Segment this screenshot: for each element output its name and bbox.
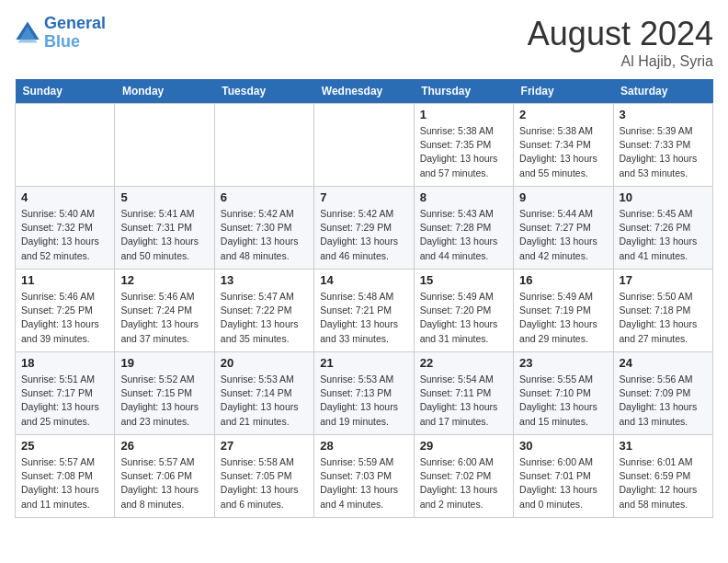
calendar-week-row: 4Sunrise: 5:40 AMSunset: 7:32 PMDaylight… — [16, 187, 713, 270]
day-info: Sunrise: 6:01 AMSunset: 6:59 PMDaylight:… — [620, 455, 707, 511]
day-info: Sunrise: 5:51 AMSunset: 7:17 PMDaylight:… — [21, 373, 108, 429]
calendar-cell: 14Sunrise: 5:48 AMSunset: 7:21 PMDayligh… — [314, 270, 414, 352]
day-number: 3 — [620, 108, 707, 121]
calendar-cell: 31Sunrise: 6:01 AMSunset: 6:59 PMDayligh… — [613, 435, 712, 518]
day-info: Sunrise: 5:59 AMSunset: 7:03 PMDaylight:… — [320, 455, 407, 511]
day-info: Sunrise: 5:46 AMSunset: 7:25 PMDaylight:… — [21, 290, 108, 346]
day-number: 11 — [21, 273, 108, 287]
calendar-cell: 22Sunrise: 5:54 AMSunset: 7:11 PMDayligh… — [414, 352, 513, 435]
calendar-cell: 8Sunrise: 5:43 AMSunset: 7:28 PMDaylight… — [414, 187, 513, 270]
calendar-cell: 30Sunrise: 6:00 AMSunset: 7:01 PMDayligh… — [514, 435, 613, 518]
calendar-cell — [214, 104, 313, 187]
day-number: 31 — [620, 439, 707, 453]
day-info: Sunrise: 5:41 AMSunset: 7:31 PMDaylight:… — [120, 207, 208, 263]
page-header: General Blue August 2024 Al Hajib, Syria — [15, 15, 713, 70]
day-number: 16 — [519, 273, 607, 287]
weekday-header: Thursday — [414, 79, 513, 104]
day-info: Sunrise: 5:42 AMSunset: 7:30 PMDaylight:… — [221, 207, 308, 263]
logo-icon — [15, 20, 40, 46]
calendar-cell — [16, 104, 115, 187]
day-number: 18 — [21, 356, 108, 370]
calendar-week-row: 1Sunrise: 5:38 AMSunset: 7:35 PMDaylight… — [16, 104, 713, 187]
calendar-cell: 11Sunrise: 5:46 AMSunset: 7:25 PMDayligh… — [16, 270, 115, 352]
day-number: 17 — [620, 273, 707, 287]
day-number: 23 — [519, 356, 607, 370]
day-number: 12 — [120, 273, 208, 287]
weekday-header-row: SundayMondayTuesdayWednesdayThursdayFrid… — [16, 79, 713, 104]
day-number: 2 — [519, 108, 607, 121]
calendar-cell — [115, 104, 214, 187]
day-info: Sunrise: 5:44 AMSunset: 7:27 PMDaylight:… — [519, 207, 607, 263]
calendar-cell: 23Sunrise: 5:55 AMSunset: 7:10 PMDayligh… — [514, 352, 613, 435]
day-number: 14 — [320, 273, 407, 287]
logo-text: General Blue — [44, 15, 106, 52]
day-info: Sunrise: 5:57 AMSunset: 7:08 PMDaylight:… — [21, 455, 108, 511]
day-number: 24 — [620, 356, 707, 370]
calendar-cell: 7Sunrise: 5:42 AMSunset: 7:29 PMDaylight… — [314, 187, 414, 270]
calendar-table: SundayMondayTuesdayWednesdayThursdayFrid… — [15, 79, 713, 518]
calendar-cell: 19Sunrise: 5:52 AMSunset: 7:15 PMDayligh… — [115, 352, 214, 435]
calendar-cell: 18Sunrise: 5:51 AMSunset: 7:17 PMDayligh… — [16, 352, 115, 435]
day-number: 6 — [221, 190, 308, 204]
month-year-title: August 2024 — [528, 15, 713, 53]
day-number: 20 — [221, 356, 308, 370]
calendar-cell: 28Sunrise: 5:59 AMSunset: 7:03 PMDayligh… — [314, 435, 414, 518]
day-number: 1 — [420, 108, 507, 121]
calendar-cell: 16Sunrise: 5:49 AMSunset: 7:19 PMDayligh… — [514, 270, 613, 352]
weekday-header: Tuesday — [214, 79, 313, 104]
day-number: 15 — [420, 273, 507, 287]
day-info: Sunrise: 5:38 AMSunset: 7:34 PMDaylight:… — [519, 124, 607, 180]
day-info: Sunrise: 5:57 AMSunset: 7:06 PMDaylight:… — [120, 455, 208, 511]
day-number: 25 — [21, 439, 108, 453]
day-number: 22 — [420, 356, 507, 370]
calendar-cell: 13Sunrise: 5:47 AMSunset: 7:22 PMDayligh… — [214, 270, 313, 352]
calendar-cell: 3Sunrise: 5:39 AMSunset: 7:33 PMDaylight… — [613, 104, 712, 187]
calendar-cell: 12Sunrise: 5:46 AMSunset: 7:24 PMDayligh… — [115, 270, 214, 352]
calendar-cell: 24Sunrise: 5:56 AMSunset: 7:09 PMDayligh… — [613, 352, 712, 435]
day-info: Sunrise: 5:39 AMSunset: 7:33 PMDaylight:… — [620, 124, 707, 180]
day-number: 19 — [120, 356, 208, 370]
day-info: Sunrise: 5:50 AMSunset: 7:18 PMDaylight:… — [620, 290, 707, 346]
day-info: Sunrise: 5:52 AMSunset: 7:15 PMDaylight:… — [120, 373, 208, 429]
weekday-header: Sunday — [16, 79, 115, 104]
calendar-cell: 1Sunrise: 5:38 AMSunset: 7:35 PMDaylight… — [414, 104, 513, 187]
day-info: Sunrise: 5:49 AMSunset: 7:20 PMDaylight:… — [420, 290, 507, 346]
calendar-cell: 27Sunrise: 5:58 AMSunset: 7:05 PMDayligh… — [214, 435, 313, 518]
day-info: Sunrise: 5:54 AMSunset: 7:11 PMDaylight:… — [420, 373, 507, 429]
day-number: 26 — [120, 439, 208, 453]
day-number: 7 — [320, 190, 407, 204]
day-number: 21 — [320, 356, 407, 370]
calendar-week-row: 25Sunrise: 5:57 AMSunset: 7:08 PMDayligh… — [16, 435, 713, 518]
calendar-week-row: 11Sunrise: 5:46 AMSunset: 7:25 PMDayligh… — [16, 270, 713, 352]
day-info: Sunrise: 6:00 AMSunset: 7:01 PMDaylight:… — [519, 455, 607, 511]
calendar-cell: 20Sunrise: 5:53 AMSunset: 7:14 PMDayligh… — [214, 352, 313, 435]
day-info: Sunrise: 5:56 AMSunset: 7:09 PMDaylight:… — [620, 373, 707, 429]
title-block: August 2024 Al Hajib, Syria — [528, 15, 713, 70]
calendar-cell — [314, 104, 414, 187]
calendar-cell: 9Sunrise: 5:44 AMSunset: 7:27 PMDaylight… — [514, 187, 613, 270]
day-info: Sunrise: 5:55 AMSunset: 7:10 PMDaylight:… — [519, 373, 607, 429]
day-number: 8 — [420, 190, 507, 204]
calendar-cell: 5Sunrise: 5:41 AMSunset: 7:31 PMDaylight… — [115, 187, 214, 270]
day-info: Sunrise: 6:00 AMSunset: 7:02 PMDaylight:… — [420, 455, 507, 511]
calendar-cell: 2Sunrise: 5:38 AMSunset: 7:34 PMDaylight… — [514, 104, 613, 187]
calendar-cell: 4Sunrise: 5:40 AMSunset: 7:32 PMDaylight… — [16, 187, 115, 270]
day-number: 28 — [320, 439, 407, 453]
weekday-header: Monday — [115, 79, 214, 104]
day-info: Sunrise: 5:48 AMSunset: 7:21 PMDaylight:… — [320, 290, 407, 346]
logo: General Blue — [15, 15, 106, 52]
day-info: Sunrise: 5:42 AMSunset: 7:29 PMDaylight:… — [320, 207, 407, 263]
location-subtitle: Al Hajib, Syria — [528, 53, 713, 70]
calendar-cell: 29Sunrise: 6:00 AMSunset: 7:02 PMDayligh… — [414, 435, 513, 518]
calendar-cell: 10Sunrise: 5:45 AMSunset: 7:26 PMDayligh… — [613, 187, 712, 270]
day-info: Sunrise: 5:40 AMSunset: 7:32 PMDaylight:… — [21, 207, 108, 263]
day-info: Sunrise: 5:49 AMSunset: 7:19 PMDaylight:… — [519, 290, 607, 346]
day-number: 27 — [221, 439, 308, 453]
calendar-cell: 26Sunrise: 5:57 AMSunset: 7:06 PMDayligh… — [115, 435, 214, 518]
calendar-cell: 15Sunrise: 5:49 AMSunset: 7:20 PMDayligh… — [414, 270, 513, 352]
day-info: Sunrise: 5:47 AMSunset: 7:22 PMDaylight:… — [221, 290, 308, 346]
day-number: 9 — [519, 190, 607, 204]
calendar-cell: 21Sunrise: 5:53 AMSunset: 7:13 PMDayligh… — [314, 352, 414, 435]
day-info: Sunrise: 5:38 AMSunset: 7:35 PMDaylight:… — [420, 124, 507, 180]
calendar-cell: 25Sunrise: 5:57 AMSunset: 7:08 PMDayligh… — [16, 435, 115, 518]
